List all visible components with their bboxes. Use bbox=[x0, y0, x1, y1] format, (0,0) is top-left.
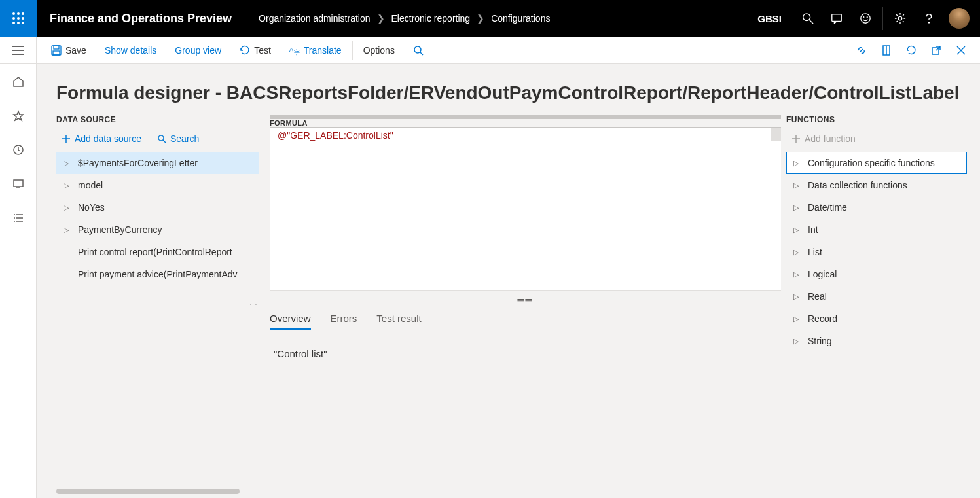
tree-item[interactable]: ▷Data collection functions bbox=[786, 174, 967, 196]
modules-icon[interactable] bbox=[5, 209, 31, 226]
legal-entity[interactable]: GBSI bbox=[746, 13, 793, 24]
workspace-icon[interactable] bbox=[5, 175, 31, 192]
caret-icon: ▷ bbox=[64, 159, 77, 168]
header-right: GBSI bbox=[746, 0, 980, 37]
tree-item[interactable]: ▷Configuration specific functions bbox=[786, 152, 967, 174]
resize-handle-icon[interactable]: ⋮⋮ bbox=[56, 298, 259, 306]
tab-errors[interactable]: Errors bbox=[331, 313, 357, 330]
emoji-icon[interactable] bbox=[851, 0, 880, 37]
tree-item[interactable]: ▷PaymentByCurrency bbox=[56, 219, 259, 241]
tree-item-label: Print payment advice(PrintPaymentAdv bbox=[77, 269, 238, 279]
svg-line-44 bbox=[163, 140, 166, 143]
breadcrumb-item[interactable]: Configurations bbox=[491, 13, 550, 24]
data-source-panel: DATA SOURCE Add data source Search ▷$Pay… bbox=[56, 115, 259, 359]
save-label: Save bbox=[65, 45, 86, 56]
help-icon[interactable] bbox=[915, 0, 943, 37]
caret-icon: ▷ bbox=[793, 270, 807, 279]
divider bbox=[352, 41, 353, 60]
caret-icon: ▷ bbox=[64, 226, 77, 234]
home-icon[interactable] bbox=[5, 73, 31, 90]
drag-handle-icon[interactable]: ══ bbox=[270, 291, 781, 309]
tree-item[interactable]: ▷String bbox=[786, 330, 967, 352]
svg-rect-22 bbox=[53, 51, 60, 55]
tree-item-label: Configuration specific functions bbox=[807, 158, 935, 168]
tree-item[interactable]: Print payment advice(PrintPaymentAdv bbox=[56, 263, 259, 285]
chevron-right-icon: ❯ bbox=[477, 13, 484, 24]
caret-icon: ▷ bbox=[793, 226, 807, 234]
save-button[interactable]: Save bbox=[42, 37, 96, 64]
group-view-button[interactable]: Group view bbox=[166, 37, 230, 64]
chevron-right-icon: ❯ bbox=[377, 13, 385, 24]
tab-overview[interactable]: Overview bbox=[270, 313, 311, 330]
tree-item[interactable]: ▷$PaymentsForCoveringLetter bbox=[56, 152, 259, 174]
refresh-icon[interactable] bbox=[899, 37, 924, 64]
tab-test-result[interactable]: Test result bbox=[376, 313, 421, 330]
tree-item-label: Print control report(PrintControlReport bbox=[77, 247, 232, 257]
tree-item[interactable]: ▷model bbox=[56, 174, 259, 196]
favorite-icon[interactable] bbox=[5, 107, 31, 124]
messages-icon[interactable] bbox=[822, 0, 851, 37]
search-datasource-button[interactable]: Search bbox=[157, 133, 199, 144]
tree-item-label: Real bbox=[807, 291, 827, 302]
functions-panel: FUNCTIONS Add function ▷Configuration sp… bbox=[786, 115, 980, 359]
gear-icon[interactable] bbox=[886, 0, 915, 37]
tree-item-label: Record bbox=[807, 313, 837, 324]
popout-icon[interactable] bbox=[924, 37, 949, 64]
left-rail bbox=[0, 64, 37, 498]
page-title: Formula designer - BACSReportsFolder/ERV… bbox=[56, 82, 980, 103]
tree-item-label: PaymentByCurrency bbox=[77, 224, 162, 235]
data-source-label: DATA SOURCE bbox=[56, 115, 259, 124]
breadcrumb: Organization administration ❯ Electronic… bbox=[245, 13, 746, 24]
close-icon[interactable] bbox=[949, 37, 973, 64]
overview-result: "Control list" bbox=[270, 330, 781, 359]
filter-button[interactable] bbox=[404, 37, 433, 64]
svg-point-3 bbox=[12, 17, 15, 20]
svg-point-1 bbox=[17, 12, 20, 15]
svg-point-7 bbox=[17, 22, 20, 24]
tree-item[interactable]: ▷Record bbox=[786, 308, 967, 330]
caret-icon: ▷ bbox=[64, 181, 77, 190]
search-label: Search bbox=[170, 133, 199, 144]
tree-item[interactable]: ▷NoYes bbox=[56, 196, 259, 219]
svg-rect-33 bbox=[14, 180, 23, 187]
tree-item[interactable]: ▷Int bbox=[786, 219, 967, 241]
tree-item[interactable]: Print control report(PrintControlReport bbox=[56, 241, 259, 263]
svg-point-2 bbox=[22, 12, 24, 15]
recent-icon[interactable] bbox=[5, 141, 31, 158]
breadcrumb-item[interactable]: Electronic reporting bbox=[391, 13, 471, 24]
translate-button[interactable]: A字 Translate bbox=[280, 37, 351, 64]
options-button[interactable]: Options bbox=[354, 37, 404, 64]
tree-item[interactable]: ▷Logical bbox=[786, 263, 967, 285]
tree-item-label: Data collection functions bbox=[807, 180, 907, 190]
tree-item[interactable]: ▷Date/time bbox=[786, 196, 967, 219]
nav-toggle-icon[interactable] bbox=[0, 37, 37, 64]
svg-point-4 bbox=[17, 17, 20, 20]
avatar[interactable] bbox=[949, 8, 970, 29]
tree-item-label: List bbox=[807, 247, 822, 257]
horizontal-scrollbar[interactable] bbox=[56, 489, 240, 494]
add-function-label: Add function bbox=[805, 133, 856, 144]
test-button[interactable]: Test bbox=[230, 37, 280, 64]
svg-point-14 bbox=[867, 17, 867, 18]
result-tabs: Overview Errors Test result bbox=[270, 309, 781, 330]
scrollbar[interactable] bbox=[771, 128, 781, 141]
show-details-button[interactable]: Show details bbox=[96, 37, 166, 64]
search-icon[interactable] bbox=[793, 0, 822, 37]
add-data-source-button[interactable]: Add data source bbox=[62, 133, 141, 144]
caret-icon: ▷ bbox=[793, 159, 807, 168]
svg-point-13 bbox=[863, 17, 864, 18]
caret-icon: ▷ bbox=[793, 293, 807, 301]
breadcrumb-item[interactable]: Organization administration bbox=[259, 13, 370, 24]
link-icon[interactable] bbox=[849, 37, 874, 64]
tree-item-label: Int bbox=[807, 224, 818, 235]
svg-line-10 bbox=[810, 20, 813, 24]
main: Formula designer - BACSReportsFolder/ERV… bbox=[0, 64, 980, 498]
tree-item[interactable]: ▷List bbox=[786, 241, 967, 263]
action-right bbox=[849, 37, 980, 64]
add-data-source-label: Add data source bbox=[75, 133, 141, 144]
page-icon[interactable] bbox=[874, 37, 899, 64]
caret-icon: ▷ bbox=[64, 204, 77, 212]
formula-editor[interactable]: @"GER_LABEL:ControlList" bbox=[270, 127, 781, 291]
app-launcher-icon[interactable] bbox=[0, 0, 37, 37]
tree-item[interactable]: ▷Real bbox=[786, 285, 967, 308]
